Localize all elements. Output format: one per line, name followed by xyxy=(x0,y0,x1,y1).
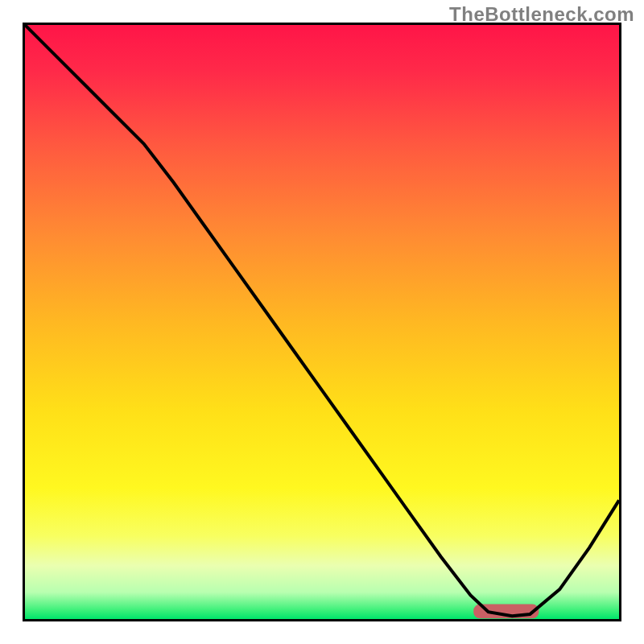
plot-area xyxy=(23,23,621,621)
curve-layer xyxy=(25,25,619,619)
bottleneck-curve xyxy=(25,25,619,616)
chart-frame: TheBottleneck.com xyxy=(0,0,644,644)
